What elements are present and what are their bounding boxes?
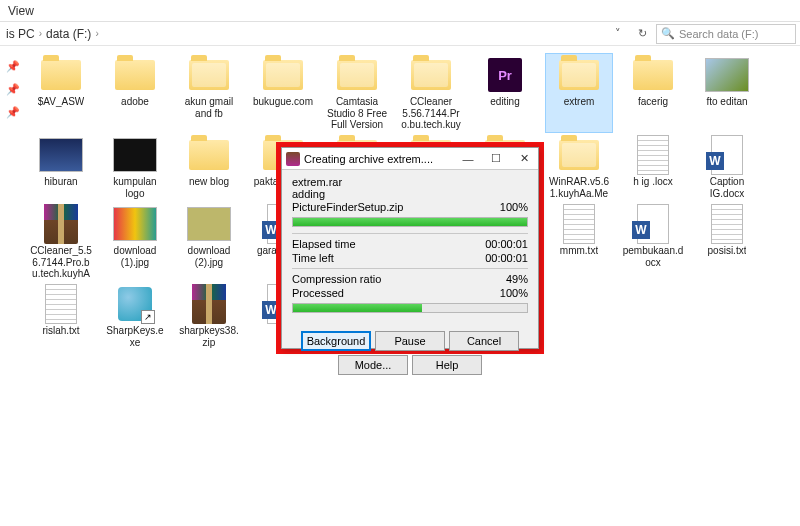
file-item[interactable]: CCleaner_5.56.7144.Pro.bu.tech.kuyhAa.Me…: [28, 203, 94, 281]
cancel-button[interactable]: Cancel: [449, 331, 519, 351]
file-label: posisi.txt: [708, 245, 747, 257]
image-thumbnail: [113, 207, 157, 241]
search-input[interactable]: 🔍 Search data (F:): [656, 24, 796, 44]
text-file-icon: [563, 204, 595, 244]
address-bar-row: is PC › data (F:) › ˅ ↻ 🔍 Search data (F…: [0, 22, 800, 46]
file-label: extrem: [564, 96, 595, 108]
image-thumbnail: [113, 138, 157, 172]
winrar-icon: [286, 152, 300, 166]
breadcrumb-segment[interactable]: data (F:): [46, 27, 91, 41]
file-label: SharpKeys.exe: [104, 325, 166, 348]
file-label: $AV_ASW: [38, 96, 85, 108]
word-doc-icon: [711, 135, 743, 175]
file-label: CCleaner_5.56.7144.Pro.bu.tech.kuyhAa.Me…: [30, 245, 92, 279]
pin-icon: 📌: [6, 83, 20, 96]
archive-name: extrem.rar: [292, 176, 528, 188]
current-file-pct: 100%: [500, 201, 528, 213]
file-item[interactable]: WinRAR.v5.61.kuyhAa.Me: [546, 134, 612, 201]
file-label: download (2).jpg: [178, 245, 240, 268]
archive-action: adding: [292, 188, 528, 200]
file-item[interactable]: sharpkeys38.zip: [176, 283, 242, 350]
file-label: editing: [490, 96, 519, 108]
text-file-icon: [711, 204, 743, 244]
file-label: fto editan: [706, 96, 747, 108]
file-label: WinRAR.v5.61.kuyhAa.Me: [548, 176, 610, 199]
file-item[interactable]: bukugue.com: [250, 54, 316, 132]
file-item[interactable]: Caption IG.docx: [694, 134, 760, 201]
file-item[interactable]: SharpKeys.exe: [102, 283, 168, 350]
file-item[interactable]: CCleaner 5.56.7144.Pro.bu.tech.kuyhAa.: [398, 54, 464, 132]
breadcrumb-segment[interactable]: is PC: [6, 27, 35, 41]
mode-button[interactable]: Mode...: [338, 355, 408, 375]
pin-icon: 📌: [6, 106, 20, 119]
pause-button[interactable]: Pause: [375, 331, 445, 351]
close-button[interactable]: ✕: [510, 149, 538, 169]
folder-icon: [559, 60, 599, 90]
ratio-label: Compression ratio: [292, 273, 381, 285]
file-label: pembukaan.docx: [622, 245, 684, 268]
file-label: Camtasia Studio 8 Free Full Version: [326, 96, 388, 130]
processed-label: Processed: [292, 287, 344, 299]
folder-icon: [633, 60, 673, 90]
file-label: mmm.txt: [560, 245, 598, 257]
background-button[interactable]: Background: [301, 331, 371, 351]
search-placeholder: Search data (F:): [679, 28, 758, 40]
file-item[interactable]: Camtasia Studio 8 Free Full Version: [324, 54, 390, 132]
folder-icon: [189, 140, 229, 170]
maximize-button[interactable]: ☐: [482, 149, 510, 169]
timeleft-value: 00:00:01: [485, 252, 528, 264]
dialog-titlebar[interactable]: Creating archive extrem.... — ☐ ✕: [282, 148, 538, 170]
file-item[interactable]: new blog: [176, 134, 242, 201]
processed-value: 100%: [500, 287, 528, 299]
file-item[interactable]: hiburan: [28, 134, 94, 201]
minimize-button[interactable]: —: [454, 149, 482, 169]
ratio-value: 49%: [506, 273, 528, 285]
file-item[interactable]: kumpulan logo: [102, 134, 168, 201]
dialog-body: extrem.rar adding PictureFinderSetup.zip…: [282, 170, 538, 325]
file-item[interactable]: rislah.txt: [28, 283, 94, 350]
file-label: Caption IG.docx: [696, 176, 758, 199]
chevron-right-icon: ›: [95, 28, 98, 39]
file-item[interactable]: adobe: [102, 54, 168, 132]
dialog-title: Creating archive extrem....: [304, 153, 433, 165]
exe-icon: [118, 287, 152, 321]
text-file-icon: [637, 135, 669, 175]
file-label: download (1).jpg: [104, 245, 166, 268]
timeleft-label: Time left: [292, 252, 334, 264]
image-thumbnail: [187, 207, 231, 241]
file-item[interactable]: extrem: [546, 54, 612, 132]
file-item[interactable]: download (2).jpg: [176, 203, 242, 281]
image-thumbnail: [705, 58, 749, 92]
file-item[interactable]: facerig: [620, 54, 686, 132]
winrar-progress-dialog: Creating archive extrem.... — ☐ ✕ extrem…: [281, 147, 539, 349]
file-label: adobe: [121, 96, 149, 108]
file-item[interactable]: download (1).jpg: [102, 203, 168, 281]
file-item[interactable]: pembukaan.docx: [620, 203, 686, 281]
current-file: PictureFinderSetup.zip: [292, 201, 403, 213]
word-doc-icon: [637, 204, 669, 244]
file-label: kumpulan logo: [104, 176, 166, 199]
refresh-icon[interactable]: ↻: [632, 24, 652, 44]
text-file-icon: [45, 284, 77, 324]
file-item[interactable]: $AV_ASW: [28, 54, 94, 132]
file-item[interactable]: mmm.txt: [546, 203, 612, 281]
file-item[interactable]: Prediting: [472, 54, 538, 132]
pin-icon: 📌: [6, 60, 20, 73]
file-label: facerig: [638, 96, 668, 108]
folder-icon: [337, 60, 377, 90]
file-item[interactable]: akun gmail and fb: [176, 54, 242, 132]
elapsed-value: 00:00:01: [485, 238, 528, 250]
archive-icon: [44, 204, 78, 244]
folder-icon: [41, 60, 81, 90]
file-item[interactable]: fto editan: [694, 54, 760, 132]
file-item[interactable]: h ig .locx: [620, 134, 686, 201]
help-button[interactable]: Help: [412, 355, 482, 375]
ribbon-tab-view[interactable]: View: [8, 4, 34, 18]
breadcrumb[interactable]: is PC › data (F:) ›: [4, 27, 604, 41]
file-item[interactable]: posisi.txt: [694, 203, 760, 281]
file-label: bukugue.com: [253, 96, 313, 108]
file-label: h ig .locx: [633, 176, 672, 188]
dropdown-icon[interactable]: ˅: [608, 24, 628, 44]
folder-icon: [559, 140, 599, 170]
elapsed-label: Elapsed time: [292, 238, 356, 250]
